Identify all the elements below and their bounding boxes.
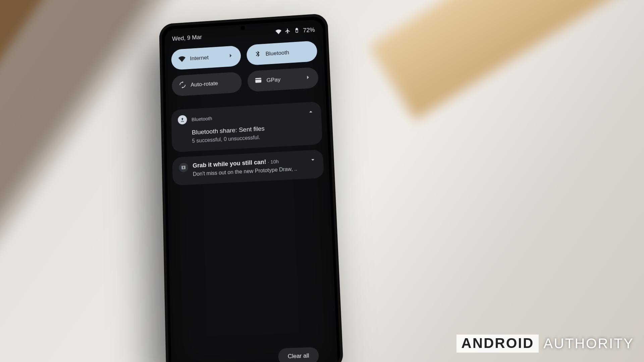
tile-label: Auto-rotate	[191, 80, 218, 88]
notification-app-name: Bluetooth	[192, 115, 212, 122]
battery-percent: 72%	[303, 26, 315, 34]
phone-frame: Wed, 9 Mar 72%	[159, 13, 343, 362]
wifi-icon	[275, 28, 281, 36]
clear-all-button[interactable]: Clear all	[278, 347, 319, 362]
watermark-authority: AUTHORITY	[539, 336, 634, 352]
app-icon	[179, 163, 188, 172]
notification-list: Bluetooth Bluetooth share: Sent files 5 …	[171, 102, 324, 186]
bluetooth-icon	[254, 50, 261, 59]
tile-label: Internet	[190, 54, 209, 62]
rotate-icon	[179, 81, 186, 90]
notification-title: Grab it while you still can!	[193, 159, 266, 169]
watermark: ANDROID AUTHORITY	[457, 335, 634, 353]
tile-auto-rotate[interactable]: Auto-rotate	[172, 72, 242, 97]
notification-meta: · 10h	[268, 159, 279, 165]
chevron-right-icon	[227, 52, 234, 61]
wifi-icon	[178, 55, 186, 64]
upload-icon	[178, 115, 187, 125]
tile-bluetooth[interactable]: Bluetooth	[246, 41, 317, 65]
phone-screen: Wed, 9 Mar 72%	[164, 19, 338, 362]
tile-internet[interactable]: Internet	[171, 45, 241, 70]
notification-bluetooth[interactable]: Bluetooth Bluetooth share: Sent files 5 …	[171, 102, 322, 153]
status-date: Wed, 9 Mar	[172, 34, 202, 43]
tile-gpay[interactable]: GPay	[247, 67, 319, 92]
watermark-android: ANDROID	[457, 335, 539, 353]
chevron-right-icon	[304, 73, 312, 82]
tile-label: GPay	[266, 76, 280, 84]
chevron-down-icon[interactable]	[309, 156, 317, 165]
notification-promo[interactable]: Grab it while you still can! · 10h Don't…	[172, 149, 324, 186]
battery-icon	[294, 27, 300, 35]
chevron-up-icon[interactable]	[307, 108, 315, 117]
quick-settings-tiles: Internet Bluetooth Auto-rotate	[170, 41, 320, 97]
card-icon	[255, 76, 262, 85]
airplane-icon	[284, 28, 290, 36]
tile-label: Bluetooth	[265, 49, 289, 57]
